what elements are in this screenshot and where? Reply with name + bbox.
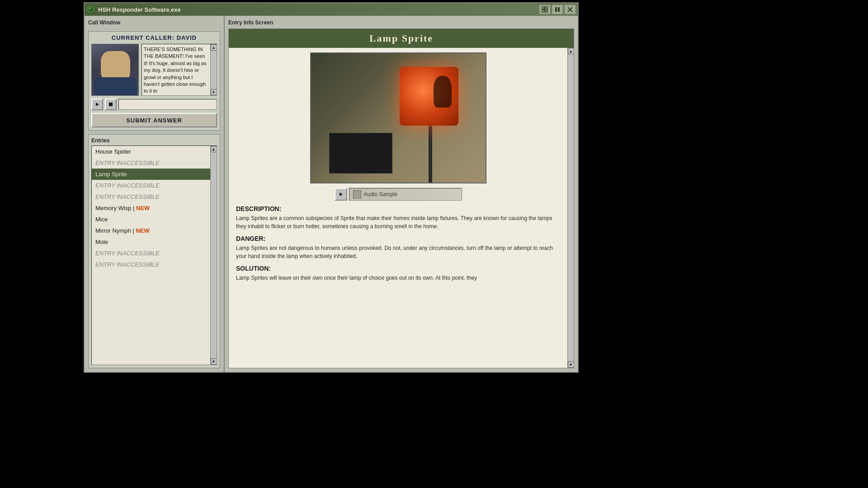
- entry-image-container: [236, 52, 560, 183]
- audio-controls: [91, 99, 217, 110]
- entries-scrollbar[interactable]: ▲ ▼: [210, 146, 217, 365]
- entry-title-bar: Lamp Sprite: [229, 29, 574, 48]
- scroll-down-arrow[interactable]: ▼: [211, 89, 217, 95]
- entry-item-mirror-nymph[interactable]: Mirror Nymph | NEW: [92, 225, 210, 236]
- content-area: Call Window CURRENT CALLER: DAVID THERE'…: [85, 16, 578, 372]
- shadow-figure: [434, 76, 452, 108]
- audio-play-button[interactable]: [335, 188, 347, 201]
- entries-scroll-up[interactable]: ▲: [211, 146, 217, 152]
- entry-title: Lamp Sprite: [369, 33, 433, 44]
- caller-image: [91, 44, 139, 96]
- play-button[interactable]: [91, 99, 103, 110]
- audio-progress: [353, 190, 361, 198]
- danger-text: Lamp Sprites are not dangerous to humans…: [236, 244, 560, 260]
- caller-text: THERE'S SOMETHING IN THE BASEMENT! I've …: [142, 44, 217, 96]
- left-panel: Call Window CURRENT CALLER: DAVID THERE'…: [85, 16, 225, 372]
- entry-item-inaccessible-2: ENTRY INACCESSIBLE: [92, 180, 210, 191]
- entry-item-inaccessible-5: ENTRY INACCESSIBLE: [92, 259, 210, 270]
- svg-rect-12: [109, 103, 113, 106]
- svg-rect-6: [545, 10, 547, 12]
- current-caller-label: CURRENT CALLER: DAVID: [91, 34, 217, 41]
- svg-rect-5: [542, 10, 544, 12]
- entry-image: [310, 52, 486, 183]
- pause-button[interactable]: [552, 5, 563, 14]
- entries-list: House Spider ENTRY INACCESSIBLE Lamp Spr…: [92, 146, 210, 365]
- lamp-base-box: [329, 133, 392, 174]
- description-section: DESCRIPTION: Lamp Sprites are a common s…: [236, 205, 560, 363]
- solution-heading: SOLUTION:: [236, 265, 560, 272]
- entry-info-scrollbar[interactable]: ▲ ▼: [567, 48, 574, 368]
- description-heading: DESCRIPTION:: [236, 205, 560, 212]
- answer-input[interactable]: [118, 99, 217, 110]
- entry-item-memory-wisp[interactable]: Memory Wisp | NEW: [92, 202, 210, 214]
- window-title: HSH Responder Software.exe: [98, 6, 536, 13]
- entry-item-mole[interactable]: Mole: [92, 236, 210, 248]
- title-bar: HSH Responder Software.exe: [85, 3, 578, 16]
- entry-item-inaccessible-3: ENTRY INACCESSIBLE: [92, 191, 210, 202]
- entry-scroll-up[interactable]: ▲: [568, 48, 574, 54]
- caller-area: THERE'S SOMETHING IN THE BASEMENT! I've …: [91, 44, 217, 96]
- svg-rect-7: [555, 7, 557, 12]
- scroll-up-arrow[interactable]: ▲: [211, 44, 217, 51]
- main-window: HSH Responder Software.exe: [84, 2, 579, 373]
- danger-heading: DANGER:: [236, 235, 560, 242]
- window-controls: [539, 5, 576, 14]
- svg-marker-13: [340, 192, 343, 196]
- entry-info-label: Entry Info Screen: [228, 19, 574, 26]
- entry-item-inaccessible-4: ENTRY INACCESSIBLE: [92, 248, 210, 259]
- grid-button[interactable]: [539, 5, 551, 14]
- svg-rect-3: [542, 7, 544, 9]
- svg-rect-4: [545, 7, 547, 9]
- submit-answer-button[interactable]: SUBMIT ANSWER: [91, 113, 217, 127]
- solution-text: Lamp Sprites will leave on their own onc…: [236, 274, 560, 282]
- call-window: CURRENT CALLER: DAVID THERE'S SOMETHING …: [88, 31, 220, 131]
- entry-info-content: Lamp Sprite: [228, 28, 574, 368]
- svg-rect-8: [558, 7, 560, 12]
- app-icon: [86, 5, 95, 14]
- entry-item-mice[interactable]: Mice: [92, 214, 210, 225]
- right-panel: Entry Info Screen Lamp Sprite: [225, 16, 578, 372]
- entry-right-area: Audio Sample DESCRIPTION: Lamp Sprites a…: [229, 48, 574, 368]
- entry-scroll-down[interactable]: ▼: [568, 361, 574, 368]
- entry-item-house-spider[interactable]: House Spider: [92, 146, 210, 157]
- description-text: Lamp Sprites are a common subspecies of …: [236, 214, 560, 230]
- close-button[interactable]: [564, 5, 576, 14]
- caller-text-scrollbar[interactable]: ▲ ▼: [210, 44, 217, 95]
- new-badge-mirror-nymph: NEW: [136, 227, 149, 234]
- entries-section: Entries House Spider ENTRY INACCESSIBLE …: [88, 134, 220, 368]
- entries-scroll-down[interactable]: ▼: [211, 358, 217, 365]
- audio-label: Audio Sample: [364, 191, 398, 197]
- audio-sample-row: Audio Sample: [236, 188, 560, 201]
- entries-label: Entries: [91, 137, 217, 144]
- new-badge-memory-wisp: NEW: [136, 205, 150, 211]
- audio-bar: Audio Sample: [349, 188, 462, 201]
- call-window-label: Call Window: [88, 19, 220, 26]
- stop-button[interactable]: [105, 99, 117, 110]
- entry-item-inaccessible-1: ENTRY INACCESSIBLE: [92, 157, 210, 169]
- svg-point-2: [90, 8, 91, 9]
- entries-list-container: House Spider ENTRY INACCESSIBLE Lamp Spr…: [91, 145, 217, 365]
- svg-marker-11: [96, 103, 99, 106]
- entry-body: Audio Sample DESCRIPTION: Lamp Sprites a…: [229, 48, 567, 368]
- entry-item-lamp-sprite[interactable]: Lamp Sprite: [92, 169, 210, 180]
